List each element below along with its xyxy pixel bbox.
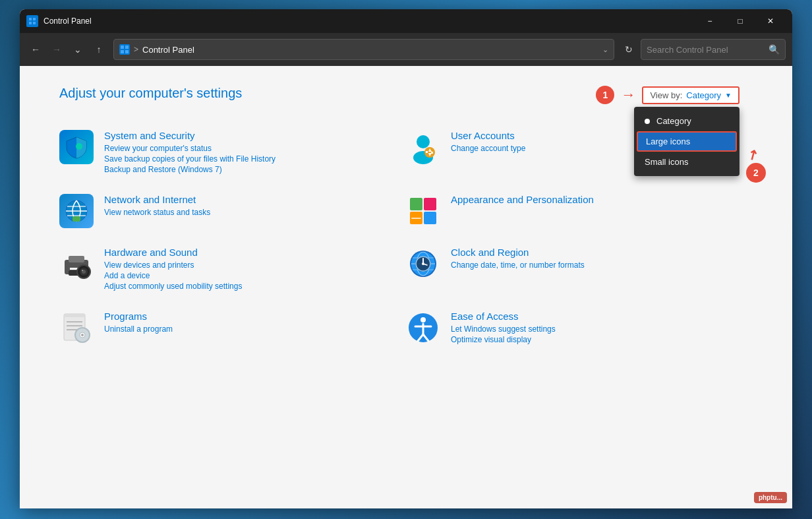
arrow-right-icon: → bbox=[621, 86, 635, 104]
svg-point-53 bbox=[81, 334, 84, 336]
svg-rect-14 bbox=[426, 151, 428, 153]
network-internet-text: Network and Internet View network status… bbox=[104, 194, 406, 218]
step-2-badge: 2 bbox=[746, 163, 766, 183]
system-security-icon bbox=[59, 130, 94, 164]
view-by-control[interactable]: View by: Category ▼ bbox=[642, 86, 740, 104]
hardware-sound-title[interactable]: Hardware and Sound bbox=[104, 247, 406, 258]
view-by-dropdown: Category Large icons Small icons ↗ 2 bbox=[634, 107, 740, 176]
svg-rect-6 bbox=[121, 50, 124, 53]
dropdown-label-small-icons: Small icons bbox=[645, 157, 688, 167]
appearance-icon bbox=[406, 194, 440, 228]
svg-rect-46 bbox=[64, 314, 85, 317]
address-bar-icon bbox=[119, 44, 130, 55]
address-separator: > bbox=[134, 45, 138, 54]
system-security-link-1[interactable]: Review your computer's status bbox=[104, 144, 406, 153]
view-by-row: 1 → View by: Category ▼ bbox=[596, 86, 740, 104]
ease-of-access-link-2[interactable]: Optimize visual display bbox=[451, 335, 753, 344]
dropdown-item-large-icons[interactable]: Large icons bbox=[637, 131, 737, 152]
content-area: Adjust your computer's settings 1 → View… bbox=[20, 66, 792, 508]
svg-rect-20 bbox=[72, 216, 80, 222]
dropdown-item-small-icons[interactable]: Small icons bbox=[634, 152, 740, 172]
svg-rect-27 bbox=[69, 256, 84, 262]
network-internet-link-1[interactable]: View network status and tasks bbox=[104, 208, 406, 217]
network-internet-title[interactable]: Network and Internet bbox=[104, 194, 406, 205]
hardware-sound-text: Hardware and Sound View devices and prin… bbox=[104, 247, 406, 292]
system-security-text: System and Security Review your computer… bbox=[104, 130, 406, 175]
svg-point-44 bbox=[422, 262, 424, 265]
dropdown-button[interactable]: ⌄ bbox=[69, 40, 87, 59]
category-appearance: Appearance and Personalization bbox=[406, 185, 753, 237]
category-ease-of-access: Ease of Access Let Windows suggest setti… bbox=[406, 301, 753, 355]
search-icon: 🔍 bbox=[768, 44, 780, 55]
svg-rect-7 bbox=[125, 50, 129, 53]
ease-of-access-link-1[interactable]: Let Windows suggest settings bbox=[451, 324, 753, 334]
hardware-sound-link-1[interactable]: View devices and printers bbox=[104, 260, 406, 270]
svg-rect-0 bbox=[29, 18, 32, 20]
programs-link-1[interactable]: Uninstall a program bbox=[104, 324, 406, 334]
svg-rect-24 bbox=[424, 212, 436, 224]
window-title: Control Panel bbox=[44, 16, 695, 26]
maximize-button[interactable]: □ bbox=[725, 9, 755, 33]
php-badge: phptu... bbox=[754, 492, 787, 503]
address-text: Control Panel bbox=[142, 45, 598, 55]
back-button[interactable]: ← bbox=[26, 40, 45, 59]
appearance-title[interactable]: Appearance and Personalization bbox=[451, 194, 753, 205]
svg-rect-22 bbox=[424, 198, 436, 210]
svg-rect-25 bbox=[411, 218, 421, 219]
forward-button[interactable]: → bbox=[47, 40, 66, 59]
programs-text: Programs Uninstall a program bbox=[104, 311, 406, 335]
minimize-button[interactable]: − bbox=[695, 9, 725, 33]
close-button[interactable]: ✕ bbox=[755, 9, 786, 33]
svg-rect-4 bbox=[121, 46, 124, 49]
window-controls: − □ ✕ bbox=[695, 9, 786, 33]
ease-of-access-text: Ease of Access Let Windows suggest setti… bbox=[451, 311, 753, 346]
address-bar[interactable]: > Control Panel ⌄ bbox=[113, 39, 614, 60]
appearance-text: Appearance and Personalization bbox=[451, 194, 753, 208]
svg-rect-15 bbox=[431, 152, 433, 154]
up-button[interactable]: ↑ bbox=[90, 40, 108, 59]
clock-region-text: Clock and Region Change date, time, or n… bbox=[451, 247, 753, 271]
system-security-link-2[interactable]: Save backup copies of your files with Fi… bbox=[104, 154, 406, 164]
view-by-value: Category bbox=[686, 90, 721, 100]
category-network-internet: Network and Internet View network status… bbox=[59, 185, 406, 237]
network-internet-icon bbox=[59, 194, 94, 228]
programs-title[interactable]: Programs bbox=[104, 311, 406, 322]
control-panel-window: Control Panel − □ ✕ ← → ⌄ ↑ > Control Pa… bbox=[20, 9, 792, 508]
refresh-button[interactable]: ↻ bbox=[620, 40, 638, 59]
svg-rect-3 bbox=[33, 22, 36, 24]
dropdown-label-large-icons: Large icons bbox=[646, 137, 690, 146]
category-system-security: System and Security Review your computer… bbox=[59, 121, 406, 185]
dropdown-item-category[interactable]: Category bbox=[634, 111, 740, 131]
svg-rect-21 bbox=[410, 198, 422, 210]
system-security-link-3[interactable]: Backup and Restore (Windows 7) bbox=[104, 165, 406, 174]
user-accounts-icon bbox=[406, 130, 440, 164]
search-bar[interactable]: 🔍 bbox=[641, 39, 786, 60]
ease-of-access-icon bbox=[406, 311, 440, 345]
system-security-title[interactable]: System and Security bbox=[104, 130, 406, 141]
ease-of-access-title[interactable]: Ease of Access bbox=[451, 311, 753, 322]
category-hardware-sound: Hardware and Sound View devices and prin… bbox=[59, 237, 406, 301]
view-by-chevron-icon: ▼ bbox=[725, 92, 732, 99]
title-bar: Control Panel − □ ✕ bbox=[20, 9, 792, 33]
svg-rect-1 bbox=[33, 18, 36, 20]
step-1-badge: 1 bbox=[596, 86, 614, 104]
view-by-wrapper: 1 → View by: Category ▼ Category Large i… bbox=[596, 86, 740, 176]
category-clock-region: Clock and Region Change date, time, or n… bbox=[406, 237, 753, 301]
hardware-sound-link-3[interactable]: Adjust commonly used mobility settings bbox=[104, 282, 406, 291]
svg-rect-5 bbox=[125, 46, 129, 49]
svg-point-33 bbox=[82, 270, 83, 271]
address-chevron-icon[interactable]: ⌄ bbox=[602, 46, 608, 54]
radio-dot-category bbox=[645, 119, 650, 124]
category-programs: Programs Uninstall a program bbox=[59, 301, 406, 355]
svg-point-55 bbox=[420, 317, 426, 322]
clock-region-title[interactable]: Clock and Region bbox=[451, 247, 753, 258]
hardware-sound-link-2[interactable]: Add a device bbox=[104, 271, 406, 280]
app-icon bbox=[26, 15, 38, 27]
clock-region-link-1[interactable]: Change date, time, or number formats bbox=[451, 260, 753, 270]
svg-point-9 bbox=[417, 135, 430, 148]
search-input[interactable] bbox=[647, 45, 765, 55]
hardware-sound-icon bbox=[59, 247, 94, 281]
svg-point-8 bbox=[76, 143, 82, 150]
programs-icon bbox=[59, 311, 94, 345]
svg-rect-2 bbox=[29, 22, 32, 24]
